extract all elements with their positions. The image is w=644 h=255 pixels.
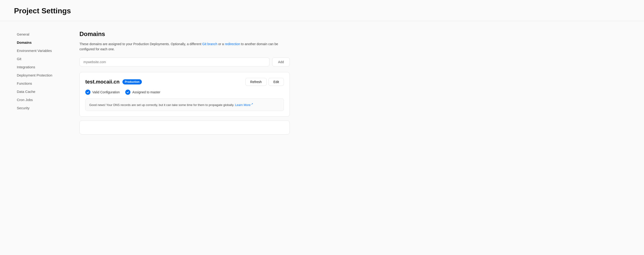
sidebar-item-integrations[interactable]: Integrations <box>14 63 66 71</box>
add-domain-button[interactable]: Add <box>272 58 290 67</box>
sidebar-item-deployment-protection[interactable]: Deployment Protection <box>14 71 66 79</box>
page-title: Project Settings <box>14 7 630 15</box>
git-branch-link[interactable]: Git branch <box>202 42 218 46</box>
domain-card-header: test.mocaii.cn Production Refresh Edit <box>85 78 284 86</box>
domain-name: test.mocaii.cn <box>85 79 120 85</box>
domain-card-left: test.mocaii.cn Production <box>85 79 142 85</box>
sidebar-item-environment-variables[interactable]: Environment Variables <box>14 47 66 55</box>
valid-config-label: Valid Configuration <box>92 90 120 94</box>
learn-more-link[interactable]: Learn More↗ <box>235 103 253 107</box>
domain-card: test.mocaii.cn Production Refresh Edit V… <box>80 72 290 117</box>
domain-card-actions: Refresh Edit <box>245 78 284 86</box>
external-link-icon: ↗ <box>251 102 253 105</box>
domain-input-row: Add <box>80 58 290 67</box>
production-badge: Production <box>122 79 142 84</box>
refresh-button[interactable]: Refresh <box>245 78 266 86</box>
edit-button[interactable]: Edit <box>268 78 284 86</box>
domain-status-row: Valid Configuration Assigned to master <box>85 90 284 95</box>
page-body: General Domains Environment Variables Gi… <box>0 21 644 255</box>
main-content: Domains These domains are assigned to yo… <box>80 31 290 246</box>
status-assigned-to-master: Assigned to master <box>125 90 160 95</box>
sidebar-item-data-cache[interactable]: Data Cache <box>14 88 66 95</box>
sidebar-item-general[interactable]: General <box>14 31 66 38</box>
redirection-link[interactable]: redirection <box>225 42 240 46</box>
domain-info-box: Good news! Your DNS records are set up c… <box>85 99 284 111</box>
sidebar-item-cron-jobs[interactable]: Cron Jobs <box>14 96 66 104</box>
sidebar-item-git[interactable]: Git <box>14 55 66 63</box>
sidebar-item-functions[interactable]: Functions <box>14 80 66 87</box>
domain-input[interactable] <box>80 58 270 67</box>
valid-config-check-icon <box>85 90 90 95</box>
page-header: Project Settings <box>0 0 644 21</box>
assigned-to-master-label: Assigned to master <box>132 90 160 94</box>
domain-card-partial <box>80 120 290 135</box>
sidebar: General Domains Environment Variables Gi… <box>14 31 66 246</box>
sidebar-item-security[interactable]: Security <box>14 104 66 112</box>
section-description: These domains are assigned to your Produ… <box>80 41 290 52</box>
assigned-check-icon <box>125 90 130 95</box>
status-valid-config: Valid Configuration <box>85 90 120 95</box>
sidebar-item-domains[interactable]: Domains <box>14 39 66 46</box>
section-heading: Domains <box>80 31 290 38</box>
